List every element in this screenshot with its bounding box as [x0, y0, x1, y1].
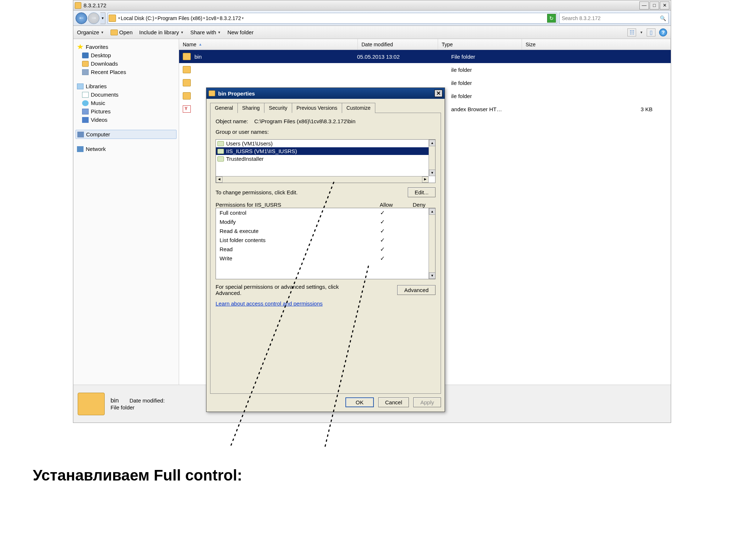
tab-general[interactable]: General: [210, 103, 238, 113]
sort-asc-icon: ▲: [198, 42, 202, 46]
libraries-icon: [77, 83, 84, 89]
scroll-down-icon[interactable]: ▼: [429, 272, 436, 279]
details-type: File folder: [111, 404, 135, 411]
preview-pane-button[interactable]: ▯: [647, 28, 655, 36]
view-options-button[interactable]: ☷: [627, 28, 636, 36]
permission-row: Read & execute✓: [216, 226, 435, 236]
file-row[interactable]: bin 05.05.2013 13:02 File folder: [179, 50, 671, 63]
sidebar-videos[interactable]: Videos: [76, 116, 177, 124]
sidebar-pictures[interactable]: Pictures: [76, 107, 177, 116]
music-icon: [82, 100, 89, 106]
group-item[interactable]: TrustedInstaller: [216, 155, 435, 163]
organize-menu[interactable]: Organize▼: [77, 29, 104, 35]
open-icon: [111, 30, 118, 35]
sidebar-libraries[interactable]: Libraries: [76, 82, 177, 90]
column-type[interactable]: Type: [438, 39, 522, 50]
sidebar-recent-places[interactable]: Recent Places: [76, 68, 177, 76]
learn-link[interactable]: Learn about access control and permissio…: [216, 300, 323, 307]
column-date[interactable]: Date modified: [358, 39, 438, 50]
sidebar-music[interactable]: Music: [76, 99, 177, 107]
apply-button[interactable]: Apply: [413, 397, 441, 407]
back-button[interactable]: ←: [76, 12, 87, 24]
downloads-icon: [82, 61, 89, 67]
object-path: C:\Program Files (x86)\1cv8\8.3.2.172\bi…: [254, 118, 356, 124]
search-icon: 🔍: [660, 15, 666, 21]
minimize-button[interactable]: —: [639, 1, 649, 9]
search-placeholder: Search 8.3.2.172: [562, 15, 601, 21]
scroll-down-icon[interactable]: ▼: [429, 170, 436, 176]
scroll-right-icon[interactable]: ►: [422, 176, 429, 183]
sidebar-network[interactable]: Network: [76, 145, 177, 153]
computer-icon: [77, 132, 84, 137]
dialog-title: bin Properties: [218, 90, 255, 97]
ok-button[interactable]: OK: [345, 397, 374, 407]
tab-previous-versions[interactable]: Previous Versions: [292, 103, 342, 113]
edit-hint: To change permissions, click Edit.: [216, 189, 298, 195]
open-button[interactable]: Open: [111, 29, 133, 35]
tab-security[interactable]: Security: [264, 103, 292, 113]
file-row[interactable]: ile folder: [179, 63, 671, 76]
check-icon: ✓: [366, 246, 399, 253]
breadcrumb-item[interactable]: Local Disk (C:): [121, 15, 154, 21]
address-row: ← → ▼ ▾ Local Disk (C:)▾ Program Files (…: [73, 11, 671, 26]
breadcrumb-bar[interactable]: ▾ Local Disk (C:)▾ Program Files (x86)▾ …: [108, 13, 557, 24]
breadcrumb-item[interactable]: 1cv8: [206, 15, 217, 21]
properties-dialog: bin Properties ✕ General Sharing Securit…: [206, 88, 445, 412]
new-folder-button[interactable]: New folder: [227, 29, 253, 35]
group-icon: [217, 141, 224, 146]
search-input[interactable]: Search 8.3.2.172 🔍: [559, 13, 669, 24]
desktop-icon: [82, 52, 89, 58]
sidebar-favorites[interactable]: Favorites: [76, 43, 177, 51]
column-size[interactable]: Size: [522, 39, 671, 50]
share-with-menu[interactable]: Share with▼: [190, 29, 221, 35]
scrollbar-vertical[interactable]: ▲ ▼: [429, 140, 435, 176]
help-button[interactable]: ?: [659, 28, 667, 36]
scroll-up-icon[interactable]: ▲: [429, 208, 436, 215]
scroll-up-icon[interactable]: ▲: [429, 140, 436, 146]
refresh-button[interactable]: ↻: [547, 14, 556, 23]
pictures-icon: [82, 109, 89, 114]
dialog-titlebar[interactable]: bin Properties ✕: [206, 88, 445, 99]
column-headers[interactable]: Name▲ Date modified Type Size: [179, 39, 671, 50]
breadcrumb-item[interactable]: 8.3.2.172: [220, 15, 241, 21]
tab-sharing[interactable]: Sharing: [237, 103, 264, 113]
forward-button[interactable]: →: [88, 12, 100, 24]
folder-icon: [209, 90, 215, 96]
group-list[interactable]: Users (VM1\Users) IIS_IUSRS (VM1\IIS_IUS…: [216, 139, 436, 183]
permission-row: Write✓: [216, 254, 435, 263]
check-icon: ✓: [366, 255, 399, 262]
group-item[interactable]: Users (VM1\Users): [216, 140, 435, 147]
permissions-list[interactable]: Full control✓ Modify✓ Read & execute✓ Li…: [216, 208, 436, 279]
scroll-left-icon[interactable]: ◄: [216, 176, 222, 183]
dialog-close-button[interactable]: ✕: [434, 90, 442, 97]
toolbar: Organize▼ Open Include in library▼ Share…: [73, 26, 671, 39]
nav-history-dropdown[interactable]: ▼: [100, 12, 105, 24]
group-item[interactable]: IIS_IUSRS (VM1\IIS_IUSRS): [216, 147, 435, 155]
group-icon: [217, 149, 224, 154]
view-dropdown[interactable]: ▼: [640, 31, 643, 34]
maximize-button[interactable]: □: [650, 1, 659, 9]
object-name-label: Object name:: [216, 118, 248, 124]
details-date-label: Date modified:: [129, 397, 165, 404]
sidebar-desktop[interactable]: Desktop: [76, 51, 177, 59]
cancel-button[interactable]: Cancel: [378, 397, 409, 407]
scrollbar-horizontal[interactable]: ◄ ►: [216, 176, 429, 183]
close-button[interactable]: ✕: [660, 1, 669, 9]
folder-icon: [183, 53, 191, 60]
scrollbar-vertical[interactable]: ▲ ▼: [429, 208, 435, 279]
include-in-library-menu[interactable]: Include in library▼: [139, 29, 184, 35]
folder-icon: [183, 79, 191, 86]
file-icon: [183, 105, 191, 113]
tab-customize[interactable]: Customize: [342, 103, 375, 113]
column-name[interactable]: Name▲: [179, 39, 358, 50]
folder-icon: [78, 393, 105, 415]
window-title: 8.3.2.172: [84, 2, 107, 8]
folder-icon: [75, 2, 81, 9]
edit-button[interactable]: Edit...: [408, 187, 436, 197]
breadcrumb-item[interactable]: Program Files (x86): [158, 15, 202, 21]
sidebar-documents[interactable]: Documents: [76, 90, 177, 99]
sidebar-computer[interactable]: Computer: [76, 130, 177, 139]
sidebar-downloads[interactable]: Downloads: [76, 59, 177, 68]
advanced-button[interactable]: Advanced: [397, 285, 436, 295]
titlebar: 8.3.2.172 — □ ✕: [73, 0, 671, 11]
